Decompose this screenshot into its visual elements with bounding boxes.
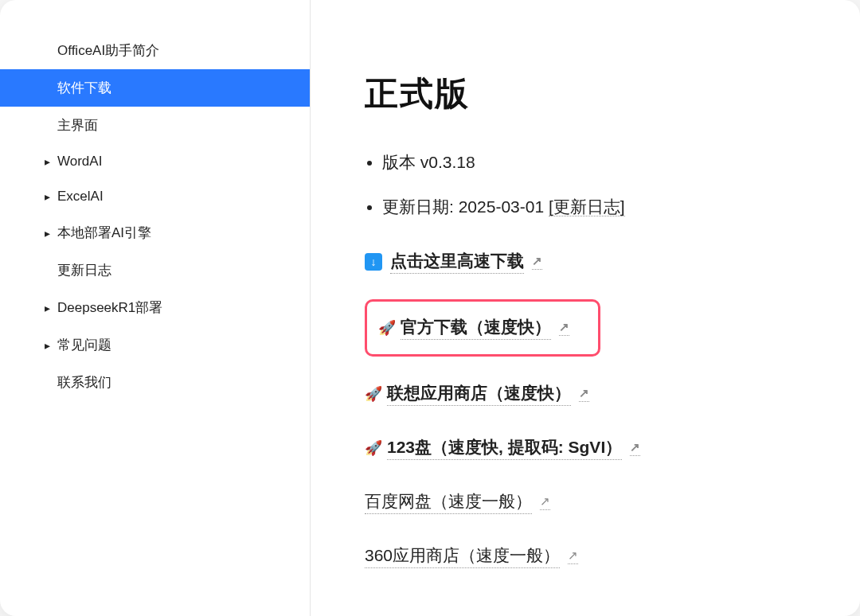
date-value: 2025-03-01 bbox=[459, 197, 544, 216]
sidebar-item-local-ai[interactable]: 本地部署AI引擎 bbox=[22, 214, 310, 251]
sidebar-item-label: 常见问题 bbox=[57, 337, 111, 353]
sidebar-item-contact[interactable]: 联系我们 bbox=[22, 364, 310, 401]
sidebar-item-deepseek[interactable]: DeepseekR1部署 bbox=[22, 289, 310, 326]
date-line: 更新日期: 2025-03-01 [更新日志] bbox=[382, 196, 841, 218]
download-360[interactable]: 360应用商店（速度一般） ↗ bbox=[365, 544, 578, 568]
sidebar-item-label: 软件下载 bbox=[57, 80, 111, 96]
sidebar-item-changelog[interactable]: 更新日志 bbox=[22, 251, 310, 289]
download-link-label: 123盘（速度快, 提取码: SgVI） bbox=[387, 436, 622, 460]
sidebar-item-label: 本地部署AI引擎 bbox=[57, 225, 151, 240]
sidebar-item-label: WordAI bbox=[57, 154, 102, 169]
changelog-link[interactable]: [更新日志] bbox=[549, 197, 625, 216]
highlighted-download: 🚀 官方下载（速度快） ↗ bbox=[365, 299, 600, 357]
date-prefix: 更新日期: bbox=[382, 197, 459, 216]
rocket-icon: 🚀 bbox=[365, 441, 382, 455]
download-primary[interactable]: ↓ 点击这里高速下载 ↗ bbox=[365, 250, 542, 274]
external-link-icon: ↗ bbox=[540, 494, 550, 510]
download-links: ↓ 点击这里高速下载 ↗ 🚀 官方下载（速度快） ↗ 🚀 联想应用商店（速度快）… bbox=[365, 250, 841, 568]
sidebar-item-label: DeepseekR1部署 bbox=[57, 300, 162, 315]
sidebar-item-label: 联系我们 bbox=[57, 375, 111, 390]
download-baidu[interactable]: 百度网盘（速度一般） ↗ bbox=[365, 490, 550, 514]
main-content: 正式版 版本 v0.3.18 更新日期: 2025-03-01 [更新日志] ↓… bbox=[311, 0, 860, 616]
download-link-label: 联想应用商店（速度快） bbox=[387, 382, 571, 406]
rocket-icon: 🚀 bbox=[365, 387, 382, 401]
download-link-label: 百度网盘（速度一般） bbox=[365, 490, 532, 514]
app-card: OfficeAI助手简介 软件下载 主界面 WordAI ExcelAI 本地部… bbox=[0, 0, 860, 616]
sidebar-item-label: 主界面 bbox=[57, 118, 98, 133]
version-line: 版本 v0.3.18 bbox=[382, 151, 841, 173]
download-123pan[interactable]: 🚀 123盘（速度快, 提取码: SgVI） ↗ bbox=[365, 436, 640, 460]
sidebar-item-download[interactable]: 软件下载 bbox=[0, 69, 310, 107]
download-lenovo[interactable]: 🚀 联想应用商店（速度快） ↗ bbox=[365, 382, 589, 406]
sidebar-item-excelai[interactable]: ExcelAI bbox=[22, 179, 310, 214]
download-link-label: 360应用商店（速度一般） bbox=[365, 544, 560, 568]
external-link-icon: ↗ bbox=[559, 320, 569, 336]
sidebar-item-wordai[interactable]: WordAI bbox=[22, 144, 310, 179]
download-link-label: 官方下载（速度快） bbox=[401, 316, 551, 340]
external-link-icon: ↗ bbox=[579, 386, 589, 402]
page-title: 正式版 bbox=[365, 72, 841, 116]
download-arrow-icon: ↓ bbox=[365, 253, 382, 271]
rocket-icon: 🚀 bbox=[378, 321, 396, 335]
external-link-icon: ↗ bbox=[532, 254, 542, 270]
info-list: 版本 v0.3.18 更新日期: 2025-03-01 [更新日志] bbox=[365, 151, 841, 218]
sidebar-item-intro[interactable]: OfficeAI助手简介 bbox=[22, 32, 310, 69]
version-value: v0.3.18 bbox=[420, 153, 475, 171]
download-link-label: 点击这里高速下载 bbox=[390, 250, 524, 274]
external-link-icon: ↗ bbox=[568, 548, 578, 564]
sidebar-item-label: ExcelAI bbox=[57, 189, 104, 204]
sidebar-item-label: OfficeAI助手简介 bbox=[57, 43, 159, 58]
sidebar-item-faq[interactable]: 常见问题 bbox=[22, 326, 310, 364]
sidebar: OfficeAI助手简介 软件下载 主界面 WordAI ExcelAI 本地部… bbox=[0, 0, 311, 616]
version-prefix: 版本 bbox=[382, 153, 420, 171]
external-link-icon: ↗ bbox=[630, 440, 640, 456]
download-official[interactable]: 🚀 官方下载（速度快） ↗ bbox=[378, 316, 569, 340]
sidebar-item-main-ui[interactable]: 主界面 bbox=[22, 107, 310, 144]
sidebar-item-label: 更新日志 bbox=[57, 263, 111, 278]
sidebar-list: OfficeAI助手简介 软件下载 主界面 WordAI ExcelAI 本地部… bbox=[22, 32, 310, 401]
